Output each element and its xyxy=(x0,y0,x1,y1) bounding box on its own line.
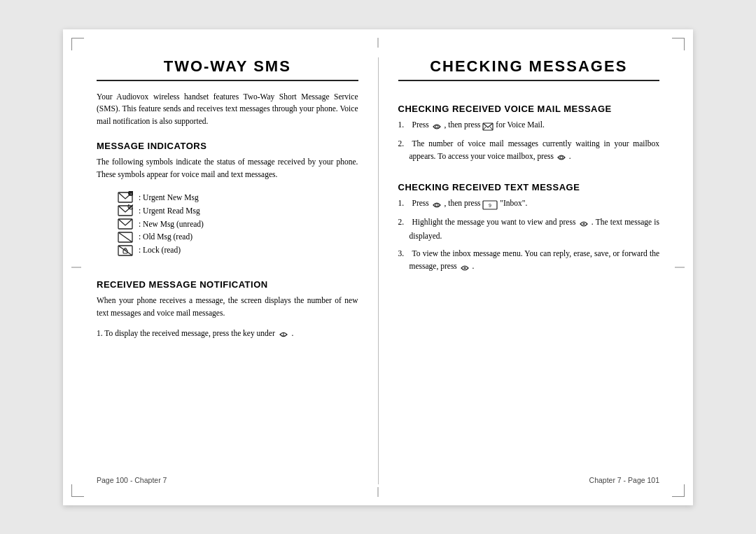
corner-mark-bl xyxy=(71,484,84,497)
page-footer-right: Chapter 7 - Page 101 xyxy=(398,462,660,484)
text-message-heading: Checking Received Text Message xyxy=(398,182,660,192)
select-icon-2 xyxy=(459,260,470,274)
left-title: Two-Way SMS xyxy=(97,57,358,76)
text-message-steps: 1. Press , then press 9 xyxy=(398,197,660,279)
right-column: Checking Messages Checking Received Voic… xyxy=(398,57,660,484)
left-intro: Your Audiovox wireless handset features … xyxy=(97,91,358,128)
new-unread-icon xyxy=(118,218,133,230)
icon-list-item: ! : Urgent New Msg xyxy=(118,191,358,204)
new-unread-label: : New Msg (unread) xyxy=(139,218,204,231)
select-icon-1 xyxy=(578,216,589,230)
left-column: Two-Way SMS Your Audiovox wireless hands… xyxy=(97,57,358,484)
menu-icon-3 xyxy=(431,197,442,211)
message-indicators-heading: Message Indicators xyxy=(97,141,358,151)
center-mark-bottom xyxy=(378,487,379,497)
menu-icon-1 xyxy=(431,119,442,133)
message-indicators-description: The following symbols indicate the statu… xyxy=(97,156,358,181)
svg-point-15 xyxy=(435,125,438,128)
voice-mail-steps: 1. Press , then press xyxy=(398,119,660,169)
page-footer: Page 100 - Chapter 7 xyxy=(97,462,358,484)
center-mark-left xyxy=(71,267,81,267)
text-message-step-1: 1. Press , then press 9 xyxy=(398,197,660,211)
soft-key-icon xyxy=(277,327,290,341)
urgent-read-label: : Urgent Read Msg xyxy=(139,204,200,218)
center-mark-right xyxy=(675,267,685,267)
voice-mail-step-1: 1. Press , then press xyxy=(398,119,660,133)
menu-icon-2 xyxy=(556,150,567,164)
text-message-step-3: 3. To view the inbox message menu. You c… xyxy=(398,248,660,274)
svg-text:9: 9 xyxy=(489,203,492,208)
footer-right: Chapter 7 - Page 101 xyxy=(589,476,659,484)
lock-read-label: : Lock (read) xyxy=(139,244,181,257)
icon-list-item: : New Msg (unread) xyxy=(118,218,358,231)
svg-line-12 xyxy=(118,246,132,255)
svg-point-20 xyxy=(435,204,438,206)
urgent-new-icon: ! xyxy=(118,191,133,204)
received-notification-description: When your phone receives a message, the … xyxy=(97,295,358,320)
old-read-icon xyxy=(118,231,133,244)
right-title-underline xyxy=(398,80,660,81)
voice-mail-step-2: 2. The number of voice mail messages cur… xyxy=(398,138,660,164)
voice-mail-heading: Checking Received Voice Mail Message xyxy=(398,104,660,114)
corner-mark-tr xyxy=(672,38,685,50)
footer-left: Page 100 - Chapter 7 xyxy=(97,476,167,484)
corner-mark-br xyxy=(672,484,685,497)
page: Two-Way SMS Your Audiovox wireless hands… xyxy=(63,29,693,505)
icon-list-item: ! : Urgent Read Msg xyxy=(118,204,358,218)
corner-mark-tl xyxy=(71,38,84,50)
center-mark-top xyxy=(378,38,379,48)
icon-list: ! : Urgent New Msg ! : Urgent Read Msg xyxy=(118,191,358,258)
left-title-underline xyxy=(97,80,358,81)
inbox-icon: 9 xyxy=(482,197,498,211)
svg-point-19 xyxy=(560,156,563,159)
text-message-step-2: 2. Highlight the message you want to vie… xyxy=(398,216,660,243)
lock-read-icon xyxy=(118,244,133,257)
urgent-new-label: : Urgent New Msg xyxy=(139,191,199,204)
urgent-read-icon: ! xyxy=(118,204,133,217)
column-divider xyxy=(378,57,379,484)
right-title: Checking Messages xyxy=(398,57,660,76)
icon-list-item: : Lock (read) xyxy=(118,244,358,257)
icon-list-item: : Old Msg (read) xyxy=(118,230,358,244)
mail-icon-1 xyxy=(482,119,493,133)
svg-line-10 xyxy=(118,232,132,242)
old-read-label: : Old Msg (read) xyxy=(139,230,192,244)
received-step-1: 1. To display the received message, pres… xyxy=(97,327,358,341)
received-notification-heading: Received Message Notification xyxy=(97,279,358,290)
